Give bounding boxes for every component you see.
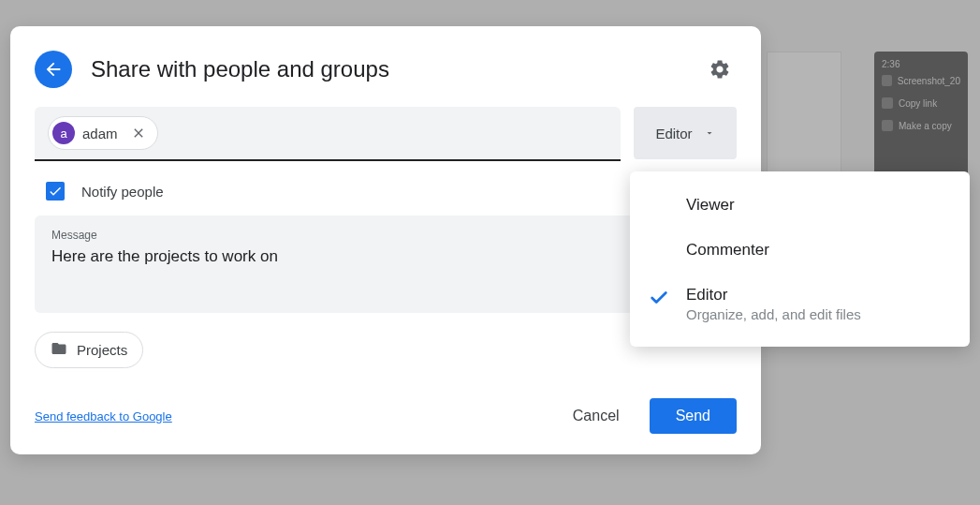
share-row: a adam Editor — [35, 107, 737, 161]
check-slot — [649, 241, 686, 243]
arrow-left-icon — [43, 59, 64, 80]
person-name: adam — [82, 126, 118, 141]
attachment-name: Projects — [77, 342, 127, 358]
check-slot — [649, 196, 686, 198]
attachment-chip: Projects — [35, 332, 143, 368]
caret-down-icon — [704, 127, 715, 139]
folder-icon — [51, 340, 67, 360]
cancel-button[interactable]: Cancel — [554, 398, 638, 434]
notify-checkbox[interactable] — [46, 182, 65, 201]
role-option-commenter[interactable]: Commenter — [630, 228, 970, 273]
feedback-link[interactable]: Send feedback to Google — [35, 409, 172, 423]
dialog-header: Share with people and groups — [35, 51, 737, 88]
check-icon — [48, 184, 63, 199]
settings-button[interactable] — [703, 52, 737, 86]
gear-icon — [709, 58, 731, 81]
role-label: Commenter — [686, 241, 947, 260]
role-description: Organize, add, and edit files — [686, 306, 947, 322]
message-label: Message — [51, 229, 720, 242]
role-option-viewer[interactable]: Viewer — [630, 183, 970, 228]
notify-label: Notify people — [81, 184, 164, 200]
send-button[interactable]: Send — [650, 398, 737, 434]
role-label: Viewer — [686, 196, 947, 215]
back-button[interactable] — [35, 51, 72, 88]
people-input[interactable]: a adam — [35, 107, 621, 161]
role-label: Editor — [686, 286, 947, 304]
check-icon — [649, 288, 669, 308]
message-text[interactable]: Here are the projects to work on — [51, 247, 720, 266]
role-dropdown-button[interactable]: Editor — [634, 107, 737, 159]
role-option-editor[interactable]: Editor Organize, add, and edit files — [630, 273, 970, 335]
person-chip: a adam — [48, 116, 158, 150]
close-icon — [131, 126, 146, 141]
role-dropdown-menu: Viewer Commenter Editor Organize, add, a… — [630, 171, 970, 347]
remove-person-button[interactable] — [129, 124, 148, 142]
dialog-title: Share with people and groups — [91, 56, 684, 82]
dialog-footer: Send feedback to Google Cancel Send — [35, 398, 737, 434]
role-selected-label: Editor — [655, 126, 692, 141]
avatar: a — [52, 122, 75, 144]
check-slot — [649, 286, 686, 308]
